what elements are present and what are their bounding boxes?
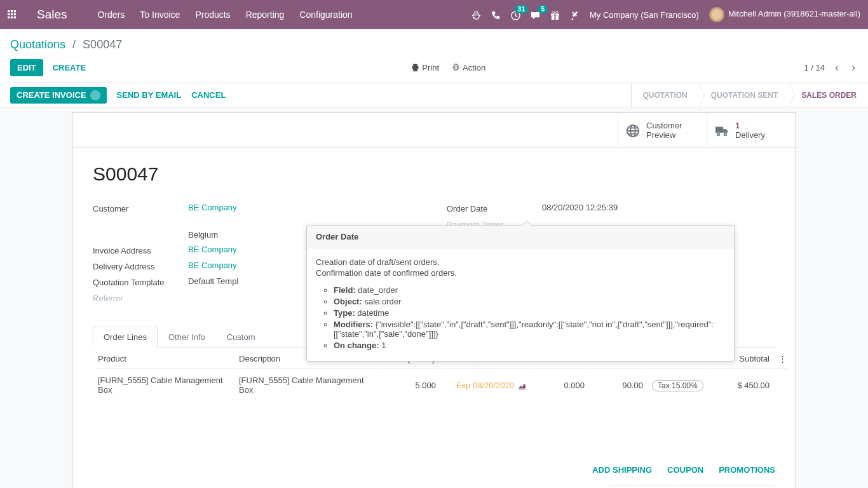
- cell-quantity[interactable]: 5.000: [383, 370, 440, 400]
- totals: Untaxed Amount:$ 450.00 Taxes:$ 67.50: [610, 485, 775, 488]
- form-sheet-bg: CustomerPreview 1Delivery S00047 Custome…: [0, 107, 868, 488]
- breadcrumb: Quotations / S00047: [10, 38, 858, 51]
- page-title: S00047: [93, 163, 775, 185]
- button-box: CustomerPreview 1Delivery: [72, 113, 796, 148]
- cell-description: [FURN_5555] Cable Management Box: [235, 370, 381, 400]
- globe-icon: [626, 123, 640, 138]
- delivery-addr-label: Delivery Address: [93, 261, 188, 271]
- order-date-label: Order Date: [447, 203, 542, 214]
- svg-rect-8: [14, 17, 16, 18]
- cancel-button[interactable]: CANCEL: [191, 90, 226, 100]
- nav-orders[interactable]: Orders: [98, 10, 125, 20]
- create-invoice-button[interactable]: CREATE INVOICE: [10, 87, 107, 104]
- avatar: [709, 7, 724, 22]
- tab-order-lines[interactable]: Order Lines: [93, 327, 158, 348]
- control-panel: Quotations / S00047 EDIT CREATE Print Ac…: [0, 29, 868, 83]
- table-row[interactable]: [FURN_5555] Cable Management Box [FURN_5…: [94, 370, 787, 400]
- customer-label: Customer: [93, 203, 188, 214]
- svg-rect-7: [11, 17, 13, 18]
- template-label: Quotation Template: [93, 276, 188, 287]
- cell-unit-price: 90.00: [590, 370, 647, 400]
- edit-button[interactable]: EDIT: [10, 59, 43, 76]
- tools-icon[interactable]: [570, 9, 580, 20]
- statusbar: CREATE INVOICE SEND BY EMAIL CANCEL QUOT…: [0, 83, 868, 107]
- customer-value[interactable]: BE Company: [188, 203, 421, 214]
- svg-rect-0: [8, 10, 10, 12]
- footer-links: ADD SHIPPING COUPON PROMOTIONS: [93, 465, 775, 475]
- add-shipping-link[interactable]: ADD SHIPPING: [592, 465, 652, 475]
- tab-custom[interactable]: Custom: [216, 327, 266, 348]
- cell-product: [FURN_5555] Cable Management Box: [94, 370, 234, 400]
- referrer-label: Referrer: [93, 292, 188, 303]
- invoice-circle-icon: [90, 90, 100, 100]
- delivery-button[interactable]: 1Delivery: [707, 113, 796, 147]
- tooltip-desc2: Confirmation date of confirmed orders.: [316, 268, 725, 278]
- invoice-addr-label: Invoice Address: [93, 245, 188, 255]
- nav-reporting[interactable]: Reporting: [246, 10, 285, 20]
- nav-products[interactable]: Products: [195, 10, 230, 20]
- send-email-button[interactable]: SEND BY EMAIL: [117, 90, 182, 100]
- nav-to-invoice[interactable]: To Invoice: [140, 10, 180, 20]
- order-date-value: 08/20/2020 12:25:39: [542, 203, 775, 214]
- coupon-link[interactable]: COUPON: [667, 465, 703, 475]
- cell-subtotal: $ 450.00: [710, 370, 773, 400]
- create-button[interactable]: CREATE: [46, 59, 93, 76]
- nav-configuration[interactable]: Configuration: [299, 10, 352, 20]
- svg-point-18: [724, 133, 727, 136]
- truck-icon: [715, 123, 729, 138]
- th-product[interactable]: Product: [94, 349, 234, 369]
- bug-icon[interactable]: [471, 9, 481, 20]
- tooltip-desc1: Creation date of draft/sent orders,: [316, 257, 725, 267]
- messages-badge: 5: [538, 5, 548, 13]
- tooltip-title: Order Date: [307, 226, 734, 248]
- cell-tax[interactable]: Tax 15.00%: [652, 380, 703, 391]
- th-more-icon[interactable]: ⋮: [775, 349, 787, 369]
- pager[interactable]: 1 / 14: [804, 63, 825, 72]
- topbar: Sales Orders To Invoice Products Reporti…: [0, 0, 868, 29]
- print-button[interactable]: Print: [411, 63, 439, 72]
- cell-delivered[interactable]: Exp 08/20/2020: [456, 381, 514, 390]
- svg-rect-4: [11, 13, 13, 15]
- gift-icon[interactable]: [550, 9, 560, 20]
- status-sales-order[interactable]: SALES ORDER: [789, 83, 868, 107]
- messages-icon[interactable]: 5: [531, 9, 540, 20]
- clock-icon[interactable]: 31: [511, 9, 520, 20]
- svg-rect-2: [14, 10, 16, 12]
- cell-invoiced[interactable]: 0.000: [531, 370, 588, 400]
- field-tooltip: Order Date Creation date of draft/sent o…: [306, 225, 735, 362]
- user-menu[interactable]: Mitchell Admin (3918621-master-all): [709, 7, 860, 22]
- apps-icon[interactable]: [8, 9, 19, 20]
- svg-rect-1: [11, 10, 13, 12]
- breadcrumb-current: S00047: [83, 38, 122, 51]
- svg-point-13: [552, 11, 555, 14]
- user-label: Mitchell Admin (3918621-master-all): [728, 9, 860, 18]
- status-quotation[interactable]: QUOTATION: [631, 83, 699, 107]
- svg-point-14: [555, 11, 558, 14]
- activities-badge: 31: [515, 5, 528, 13]
- brand[interactable]: Sales: [37, 8, 67, 22]
- customer-preview-button[interactable]: CustomerPreview: [618, 113, 707, 147]
- status-quotation-sent[interactable]: QUOTATION SENT: [699, 83, 790, 107]
- action-button[interactable]: Action: [452, 63, 485, 72]
- pager-next-icon[interactable]: ›: [849, 61, 858, 74]
- svg-point-17: [717, 133, 720, 136]
- svg-rect-12: [555, 13, 556, 19]
- tab-other-info[interactable]: Other Info: [158, 327, 216, 348]
- main-nav: Orders To Invoice Products Reporting Con…: [98, 10, 471, 20]
- topbar-right: 31 5 My Company (San Francisco) Mitchell…: [471, 7, 860, 22]
- phone-icon[interactable]: [491, 9, 501, 20]
- svg-rect-3: [8, 13, 10, 15]
- company-selector[interactable]: My Company (San Francisco): [590, 10, 699, 20]
- form-sheet: CustomerPreview 1Delivery S00047 Custome…: [72, 112, 796, 488]
- breadcrumb-root[interactable]: Quotations: [10, 38, 65, 51]
- promotions-link[interactable]: PROMOTIONS: [719, 465, 775, 475]
- pager-prev-icon[interactable]: ‹: [832, 61, 841, 74]
- area-chart-icon[interactable]: [518, 380, 526, 390]
- svg-rect-6: [8, 17, 10, 18]
- svg-rect-5: [14, 13, 16, 15]
